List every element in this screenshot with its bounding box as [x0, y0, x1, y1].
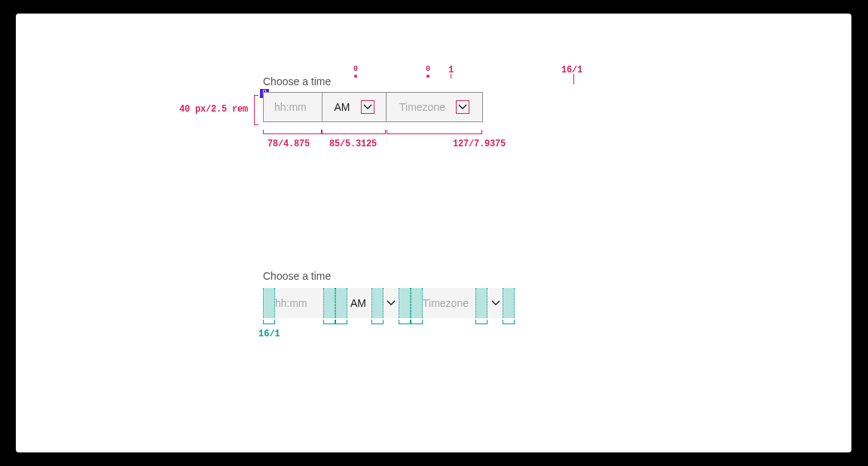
padding-guide: [323, 288, 335, 318]
chevron-measure-box: [361, 100, 374, 114]
padding-guide: [475, 288, 487, 318]
field-label: Choose a time: [263, 270, 515, 282]
zero-annotation-a: 0: [353, 65, 358, 73]
spec-canvas: Choose a time 8 0 1 0 16/1 hh:mm AM: [16, 14, 851, 452]
width-bracket-ampm: [322, 130, 386, 134]
spacing-bracket: [399, 320, 411, 324]
spacing-bracket: [475, 320, 487, 324]
spacing-bracket: [411, 320, 423, 324]
padding-guide: [371, 288, 384, 318]
timezone-select-segment[interactable]: Timezone: [387, 93, 482, 121]
spacing-bracket: [323, 320, 335, 324]
timezone-placeholder: Timezone: [423, 297, 469, 309]
spacing-bracket: [263, 320, 275, 324]
chevron-down-icon: [490, 297, 502, 309]
tick-dot-b: [426, 75, 429, 78]
chevron-down-icon: [385, 297, 397, 309]
padding-guide: [399, 288, 411, 318]
time-picker-dimension-spec: Choose a time 8 0 1 0 16/1 hh:mm AM: [263, 75, 483, 122]
width-bracket-tz: [387, 130, 482, 134]
time-picker: hh:mm AM: [263, 288, 515, 318]
ampm-select-segment[interactable]: AM: [322, 93, 387, 121]
width-ampm-annotation: 85/5.3125: [329, 139, 377, 149]
time-picker-padding-spec: Choose a time hh:mm AM: [263, 270, 515, 318]
spacing-bracket: [335, 320, 347, 324]
time-placeholder: hh:mm: [274, 101, 307, 113]
ampm-select-segment[interactable]: AM: [335, 288, 411, 318]
height-annotation: 40 px/2.5 rem: [142, 104, 248, 115]
padding-guide: [411, 288, 423, 318]
field-label-text: Choose a time: [263, 75, 331, 87]
chevron-down-icon: [362, 101, 374, 113]
zero-annotation-b: 0: [426, 65, 430, 73]
chevron-down-icon: [457, 101, 469, 113]
time-input-segment[interactable]: hh:mm: [263, 288, 335, 318]
time-placeholder: hh:mm: [275, 297, 307, 309]
timezone-placeholder: Timezone: [399, 101, 445, 113]
ampm-value: AM: [335, 101, 350, 113]
ampm-value: AM: [350, 297, 366, 309]
padding-guide: [335, 288, 347, 318]
time-picker: hh:mm AM Timezone: [263, 92, 483, 122]
width-time-annotation: 78/4.875: [267, 139, 310, 149]
spacing-annotation: 16/1: [258, 329, 280, 339]
timezone-select-segment[interactable]: Timezone: [411, 288, 515, 318]
chevron-size-annotation: 16/1: [561, 65, 582, 75]
spacing-bracket: [371, 320, 384, 324]
height-bracket: [254, 95, 258, 125]
width-bracket-time: [263, 130, 322, 134]
width-tz-annotation: 127/7.9375: [453, 139, 506, 149]
padding-guide: [263, 288, 275, 318]
padding-guide: [503, 288, 515, 318]
tick-gap: [451, 74, 451, 78]
tick-dot: [354, 75, 357, 78]
spacing-bracket: [503, 320, 515, 324]
time-input-segment[interactable]: hh:mm: [264, 93, 322, 121]
tick-chev: [573, 74, 574, 84]
field-label-text: Choose a time: [263, 270, 331, 282]
chevron-measure-box: [456, 100, 469, 114]
